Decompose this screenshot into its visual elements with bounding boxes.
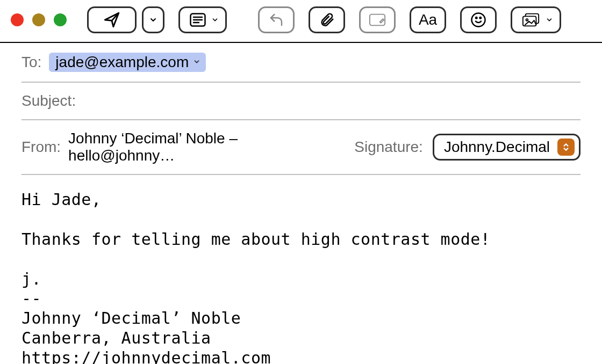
from-value[interactable]: Johnny ‘Decimal’ Noble – hello@johnny… bbox=[68, 130, 347, 164]
format-button[interactable]: Aa bbox=[410, 6, 446, 33]
reply-button[interactable] bbox=[258, 6, 295, 33]
zoom-window-button[interactable] bbox=[54, 13, 67, 26]
markup-button[interactable] bbox=[359, 6, 396, 33]
svg-point-5 bbox=[472, 13, 485, 27]
svg-point-7 bbox=[480, 17, 482, 19]
list-icon bbox=[190, 13, 206, 27]
chevron-down-icon bbox=[193, 57, 200, 68]
subject-row[interactable]: Subject: bbox=[22, 83, 580, 120]
message-headers: To: jade@example.com Subject: From: John… bbox=[0, 43, 602, 175]
header-fields-button[interactable] bbox=[178, 6, 227, 33]
from-label: From: bbox=[22, 139, 61, 156]
to-row: To: jade@example.com bbox=[22, 43, 580, 83]
toolbar: Aa bbox=[0, 0, 602, 43]
send-button[interactable] bbox=[87, 6, 137, 33]
message-body[interactable]: Hi Jade, Thanks for telling me about hig… bbox=[0, 175, 602, 364]
photo-browser-button[interactable] bbox=[511, 6, 561, 33]
paperclip-icon bbox=[319, 11, 335, 28]
emoji-button[interactable] bbox=[460, 6, 497, 33]
chevron-down-icon bbox=[149, 16, 157, 24]
recipient-chip[interactable]: jade@example.com bbox=[49, 53, 206, 72]
svg-rect-4 bbox=[370, 14, 385, 26]
format-text-icon: Aa bbox=[419, 11, 437, 28]
markup-icon bbox=[369, 12, 386, 27]
svg-point-6 bbox=[476, 17, 477, 19]
subject-label: Subject: bbox=[22, 92, 76, 110]
from-row: From: Johnny ‘Decimal’ Noble – hello@joh… bbox=[22, 120, 580, 175]
smile-icon bbox=[470, 12, 486, 28]
minimize-window-button[interactable] bbox=[32, 13, 45, 26]
close-window-button[interactable] bbox=[11, 13, 24, 26]
to-label: To: bbox=[22, 54, 41, 71]
chevron-down-icon bbox=[546, 16, 553, 24]
send-options-button[interactable] bbox=[142, 6, 164, 33]
reply-icon bbox=[268, 12, 285, 28]
window-controls bbox=[11, 13, 67, 26]
recipient-email: jade@example.com bbox=[55, 54, 189, 71]
signature-select[interactable]: Johnny.Decimal bbox=[433, 134, 580, 161]
paper-plane-icon bbox=[103, 11, 121, 29]
signature-label: Signature: bbox=[354, 139, 423, 156]
chevron-down-icon bbox=[211, 16, 219, 24]
signature-selected: Johnny.Decimal bbox=[444, 139, 550, 156]
attach-button[interactable] bbox=[309, 6, 345, 33]
updown-stepper-icon bbox=[557, 139, 575, 156]
photos-icon bbox=[522, 12, 540, 27]
